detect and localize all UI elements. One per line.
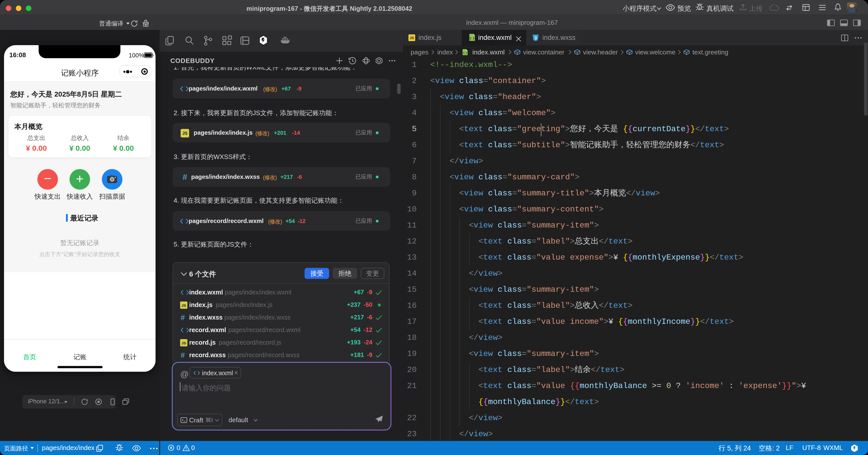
svg-text:3: 3 xyxy=(534,36,537,40)
